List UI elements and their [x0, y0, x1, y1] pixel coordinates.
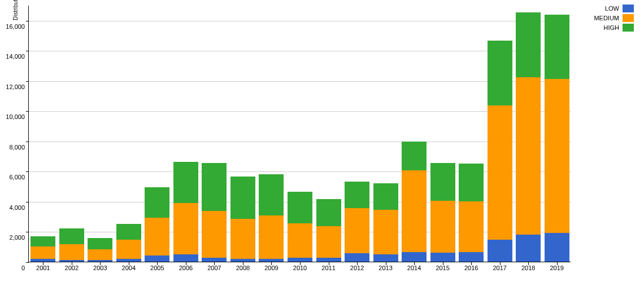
bar-segment-medium[interactable] [345, 208, 369, 253]
legend-item-low[interactable]: LOW [594, 5, 634, 12]
bar-segment-low[interactable] [116, 259, 141, 262]
bar-segment-high[interactable] [345, 182, 369, 208]
legend-label: MEDIUM [594, 15, 619, 21]
bar-segment-low[interactable] [173, 254, 198, 262]
bar-segment-low[interactable] [430, 253, 455, 262]
bar-segment-medium[interactable] [288, 223, 312, 258]
legend-item-high[interactable]: HIGH [594, 24, 634, 32]
y-tick-mark [26, 111, 29, 112]
bar-segment-high[interactable] [145, 187, 169, 218]
bar-segment-low[interactable] [373, 254, 398, 262]
y-tick-label: 6,000 [9, 174, 25, 180]
bar-segment-low[interactable] [31, 259, 55, 262]
bar-segment-medium[interactable] [116, 240, 141, 258]
bar-segment-high[interactable] [316, 199, 341, 226]
bar-segment-high[interactable] [430, 163, 455, 201]
y-tick-mark [26, 51, 29, 51]
bar-segment-low[interactable] [59, 260, 84, 262]
y-tick-label: 12,000 [6, 83, 25, 90]
bar-segment-medium[interactable] [202, 211, 227, 258]
bar-segment-medium[interactable] [373, 210, 398, 254]
x-tick-label: 2019 [550, 265, 563, 271]
x-tick-label: 2009 [264, 265, 278, 271]
bar-segment-high[interactable] [259, 174, 284, 216]
bar-segment-low[interactable] [88, 260, 112, 262]
bar-segment-medium[interactable] [59, 244, 84, 260]
bar-segment-medium[interactable] [488, 105, 512, 240]
bar-segment-low[interactable] [316, 258, 341, 262]
bar-segment-medium[interactable] [402, 170, 427, 252]
x-tick-label: 2007 [207, 265, 221, 271]
bar-segment-high[interactable] [288, 192, 312, 223]
bar-segment-low[interactable] [230, 259, 255, 262]
y-tick-label: 0 [21, 265, 25, 271]
x-tick-label: 2008 [236, 265, 250, 271]
bar-segment-medium[interactable] [88, 249, 112, 260]
y-tick-mark [26, 202, 29, 202]
bar-segment-low[interactable] [345, 253, 369, 262]
x-tick-label: 2014 [407, 265, 421, 271]
y-tick-label: 10,000 [6, 113, 25, 120]
bar-segment-medium[interactable] [545, 79, 569, 233]
y-tick-mark [26, 81, 29, 82]
bar-segment-medium[interactable] [230, 219, 255, 259]
x-tick-label: 2018 [521, 265, 535, 271]
bar-segment-low[interactable] [545, 233, 569, 262]
legend: LOWMEDIUMHIGH [594, 5, 634, 33]
x-tick-label: 2013 [378, 265, 392, 271]
bar-segment-low[interactable] [145, 255, 169, 262]
bar-segment-low[interactable] [259, 259, 284, 262]
x-tick-label: 2017 [493, 265, 506, 271]
x-tick-label: 2003 [93, 265, 107, 271]
x-tick-label: 2005 [150, 265, 164, 271]
grid-line [29, 21, 571, 21]
y-tick-label: 16,000 [6, 23, 25, 30]
bar-segment-medium[interactable] [516, 77, 541, 234]
x-tick-label: 2001 [36, 265, 50, 271]
bar-segment-high[interactable] [59, 228, 84, 244]
legend-item-medium[interactable]: MEDIUM [594, 14, 634, 22]
y-tick-mark [26, 21, 29, 21]
bar-segment-high[interactable] [173, 162, 198, 202]
bar-segment-high[interactable] [31, 236, 55, 247]
bar-segment-medium[interactable] [31, 246, 55, 259]
bar-segment-high[interactable] [545, 15, 569, 79]
x-tick-label: 2015 [436, 265, 449, 271]
x-tick-label: 2012 [350, 265, 364, 271]
bar-segment-medium[interactable] [145, 218, 169, 255]
bar-segment-low[interactable] [488, 240, 512, 262]
bar-segment-low[interactable] [516, 235, 541, 262]
bar-segment-high[interactable] [516, 12, 541, 77]
chart-area: Distribution 200120022003200420052006200… [28, 6, 571, 262]
bar-segment-high[interactable] [230, 177, 255, 219]
bar-segment-high[interactable] [459, 164, 484, 201]
legend-label: LOW [605, 5, 619, 12]
bar-segment-medium[interactable] [316, 226, 341, 258]
plot-area: 2001200220032004200520062007200820092010… [28, 6, 571, 262]
bar-segment-low[interactable] [202, 258, 227, 262]
bar-segment-medium[interactable] [259, 215, 284, 258]
y-tick-label: 14,000 [6, 53, 25, 60]
x-tick-label: 2006 [179, 265, 193, 271]
legend-swatch [623, 24, 634, 32]
bar-segment-medium[interactable] [173, 203, 198, 254]
y-axis-label: Distribution [12, 0, 19, 20]
bar-segment-high[interactable] [116, 224, 141, 240]
y-tick-mark [26, 262, 29, 263]
bar-segment-medium[interactable] [430, 201, 455, 253]
y-tick-label: 8,000 [9, 144, 25, 151]
y-tick-mark [26, 171, 29, 172]
y-tick-label: 2,000 [9, 234, 25, 241]
x-tick-label: 2016 [464, 265, 478, 271]
bar-segment-low[interactable] [288, 258, 312, 262]
bar-segment-high[interactable] [202, 163, 227, 211]
bar-segment-medium[interactable] [459, 201, 484, 252]
bar-segment-high[interactable] [402, 142, 427, 170]
bar-segment-high[interactable] [88, 238, 112, 249]
bar-segment-high[interactable] [488, 41, 512, 105]
y-tick-label: 4,000 [9, 204, 25, 211]
bar-segment-low[interactable] [459, 252, 484, 262]
x-tick-label: 2011 [321, 265, 335, 271]
bar-segment-low[interactable] [402, 252, 427, 262]
bar-segment-high[interactable] [373, 183, 398, 210]
